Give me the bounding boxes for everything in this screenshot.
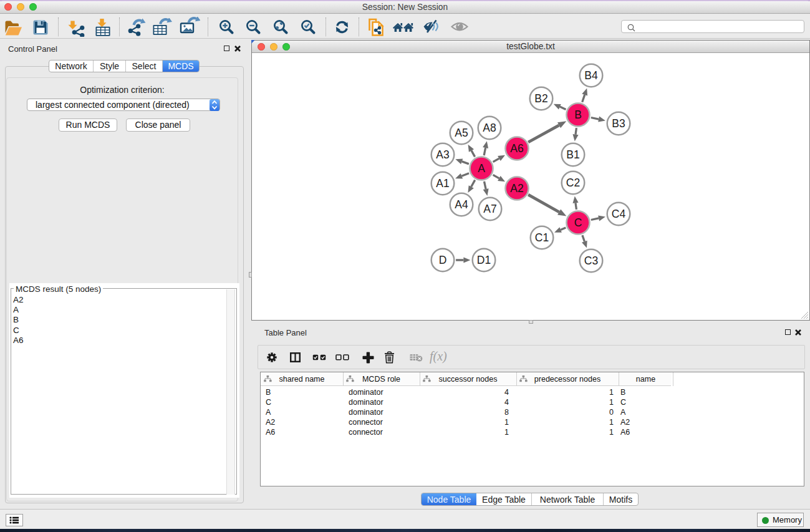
svg-text:A1: A1	[436, 177, 449, 190]
svg-text:D: D	[439, 254, 447, 266]
svg-text:A6: A6	[510, 142, 523, 155]
svg-text:A: A	[478, 162, 485, 175]
svg-text:A4: A4	[455, 198, 468, 211]
svg-text:C4: C4	[612, 208, 626, 220]
svg-text:B3: B3	[612, 117, 625, 130]
svg-text:B4: B4	[584, 69, 598, 82]
svg-text:B: B	[574, 109, 582, 121]
svg-text:A8: A8	[483, 122, 496, 134]
svg-text:C3: C3	[584, 254, 598, 267]
svg-text:A7: A7	[483, 203, 496, 215]
svg-text:B1: B1	[566, 148, 579, 161]
svg-text:B2: B2	[534, 92, 547, 105]
svg-text:A5: A5	[455, 127, 468, 139]
svg-text:D1: D1	[477, 254, 491, 266]
svg-text:A2: A2	[510, 182, 523, 195]
svg-text:C1: C1	[535, 231, 549, 244]
svg-text:A3: A3	[436, 148, 449, 161]
svg-text:C: C	[574, 216, 582, 229]
svg-text:C2: C2	[566, 177, 580, 189]
